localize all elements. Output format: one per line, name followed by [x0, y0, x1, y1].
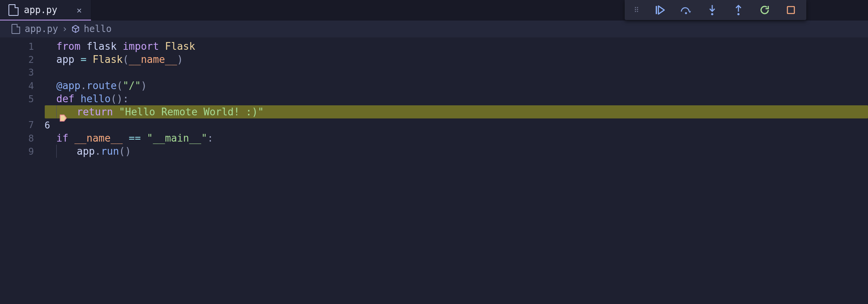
tab-filename: app.py	[24, 5, 57, 15]
svg-point-2	[711, 13, 713, 15]
line-number[interactable]: 8	[0, 132, 45, 145]
breadcrumb-symbol-name: hello	[84, 24, 111, 34]
file-icon	[12, 24, 20, 34]
stop-button[interactable]	[785, 4, 797, 16]
code-line[interactable]: 8 if __name__ == "__main__":	[0, 132, 868, 145]
step-over-button[interactable]	[680, 4, 692, 16]
drag-handle-icon[interactable]: ⠿	[634, 8, 640, 12]
svg-point-3	[737, 13, 740, 15]
code-line[interactable]: 3	[0, 66, 868, 79]
step-into-button[interactable]	[706, 4, 718, 16]
code-line-current[interactable]: 6 return "Hello Remote World! :)"	[0, 105, 868, 118]
tab-app-py[interactable]: app.py ✕	[0, 0, 91, 20]
line-number[interactable]: 2	[0, 53, 45, 66]
breadcrumb-separator-icon: ›	[62, 24, 67, 34]
breadcrumb-file[interactable]: app.py	[11, 23, 58, 35]
svg-rect-0	[656, 6, 657, 14]
code-line[interactable]: 1 from flask import Flask	[0, 40, 868, 53]
line-number[interactable]: 1	[0, 40, 45, 53]
restart-button[interactable]	[758, 4, 771, 16]
breadcrumb-symbol[interactable]: hello	[71, 24, 111, 34]
code-line[interactable]: 2 app = Flask(__name__)	[0, 53, 868, 66]
breadcrumb[interactable]: app.py › hello	[0, 20, 868, 37]
tab-close-icon[interactable]: ✕	[74, 5, 84, 16]
code-line[interactable]: 4 @app.route("/")	[0, 79, 868, 92]
svg-point-1	[685, 12, 687, 14]
line-number[interactable]: 3	[0, 66, 45, 79]
debug-toolbar: ⠿	[625, 0, 806, 20]
breadcrumb-file-name: app.py	[25, 24, 58, 34]
method-icon	[71, 25, 80, 33]
code-line[interactable]: 5 def hello():	[0, 92, 868, 105]
line-number[interactable]: 7	[0, 118, 45, 132]
svg-rect-4	[787, 7, 794, 14]
file-icon	[8, 4, 19, 16]
code-line[interactable]: 9 app.run()	[0, 145, 868, 158]
line-number[interactable]: 4	[0, 79, 45, 93]
code-editor[interactable]: 1 from flask import Flask 2 app = Flask(…	[0, 37, 868, 158]
line-number[interactable]: 9	[0, 145, 45, 158]
code-line[interactable]: 7	[0, 118, 868, 132]
continue-button[interactable]	[654, 4, 666, 16]
step-out-button[interactable]	[732, 4, 745, 16]
